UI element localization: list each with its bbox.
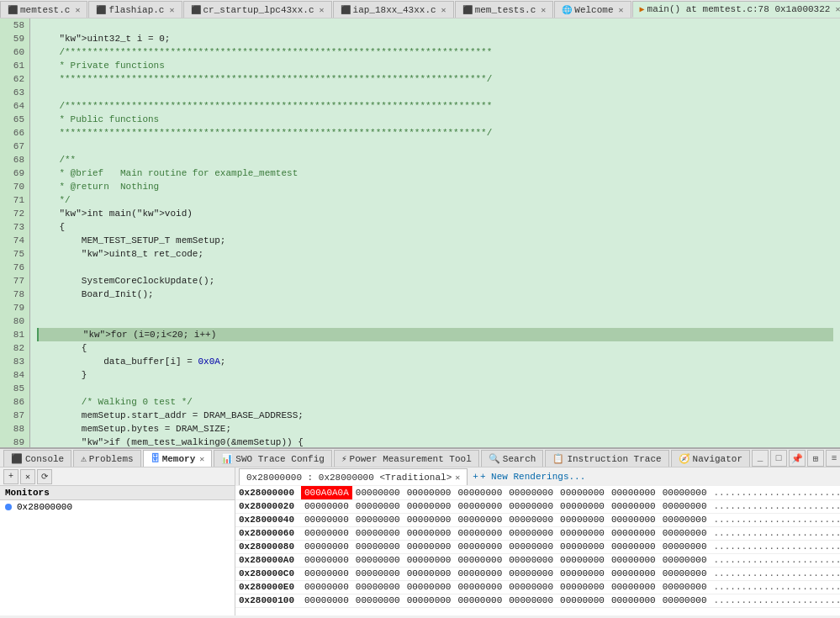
memory-value: 00000000 <box>659 540 711 553</box>
minimize-btn[interactable]: _ <box>752 450 769 467</box>
tab-welcome[interactable]: 🌐 Welcome ✕ <box>554 1 631 18</box>
bottom-panel: ⬛ Console ⚠ Problems 🗄 Memory ✕ 📊 SWO Tr… <box>0 447 840 615</box>
c-file-icon: ⬛ <box>8 5 18 15</box>
memory-value: 000A0A0A <box>301 486 352 499</box>
memory-value: 00000000 <box>404 594 455 607</box>
tab-close5[interactable]: ✕ <box>541 5 546 15</box>
memory-value: 00000000 <box>505 499 557 513</box>
panel-tab-memory[interactable]: 🗄 Memory ✕ <box>143 450 213 467</box>
memory-value: 00000000 <box>659 553 711 567</box>
c-file-icon4: ⬛ <box>341 5 351 15</box>
memory-value: 00000000 <box>454 567 505 580</box>
monitor-dot <box>5 504 12 510</box>
add-monitor-btn[interactable]: + <box>3 469 18 484</box>
refresh-monitor-btn[interactable]: ⟳ <box>37 469 52 484</box>
memory-value: 00000000 <box>659 499 711 513</box>
memory-address: 0x28000040 <box>235 513 301 526</box>
panel-tab-close[interactable]: ✕ <box>199 454 204 464</box>
tab-label: mem_tests.c <box>475 5 536 15</box>
memory-value: 00000000 <box>659 513 711 526</box>
grid-btn[interactable]: ⊞ <box>807 450 824 467</box>
monitor-item[interactable]: 0x28000000 <box>0 500 235 514</box>
memory-tab-traditional[interactable]: 0x28000000 : 0x28000000 <Traditional> ✕ <box>239 468 468 485</box>
memory-value: 00000000 <box>352 580 404 594</box>
memory-value: 00000000 <box>301 553 352 567</box>
problems-icon: ⚠ <box>81 453 87 464</box>
power-icon: ⚡ <box>341 453 347 464</box>
new-renderings-label: + New Renderings... <box>480 472 585 482</box>
pin-btn[interactable]: 📌 <box>789 450 806 467</box>
memory-value: 00000000 <box>608 580 659 594</box>
tab-close2[interactable]: ✕ <box>169 5 174 15</box>
memory-value: 00000000 <box>454 486 505 499</box>
memory-value: 00000000 <box>454 499 505 513</box>
panel-tab-label: Instruction Trace <box>567 454 661 464</box>
memory-ascii: ........................... <box>711 499 840 513</box>
memory-ascii: ........................... <box>711 513 840 526</box>
memory-value: 00000000 <box>608 540 659 553</box>
tab-memtest-c[interactable]: ⬛ memtest.c ✕ <box>0 1 87 18</box>
memory-value: 00000000 <box>454 594 505 607</box>
panel-tab-label: Power Measurement Tool <box>350 454 472 464</box>
memory-value: 00000000 <box>352 553 404 567</box>
memory-value: 00000000 <box>557 594 608 607</box>
tab-main-call[interactable]: ▶ main() at memtest.c:78 0x1a000322 ✕ <box>632 1 840 18</box>
memory-table-area[interactable]: 0x28000000000A0A0A0000000000000000000000… <box>235 486 840 615</box>
memory-address: 0x280000A0 <box>235 553 301 567</box>
panel-tab-console[interactable]: ⬛ Console <box>3 450 71 467</box>
memory-value: 00000000 <box>659 567 711 580</box>
memory-table-row: 0x280000A0000000000000000000000000000000… <box>235 553 840 567</box>
panel-tab-navigator[interactable]: 🧭 Navigator <box>671 450 750 467</box>
panel-tab-power[interactable]: ⚡ Power Measurement Tool <box>334 450 479 467</box>
memory-value: 00000000 <box>352 486 404 499</box>
panel-tab-problems[interactable]: ⚠ Problems <box>73 450 140 467</box>
memory-value: 00000000 <box>352 540 404 553</box>
panel-tab-instruction[interactable]: 📋 Instruction Trace <box>545 450 668 467</box>
navigator-icon: 🧭 <box>679 453 690 464</box>
memory-tab-close[interactable]: ✕ <box>455 473 460 483</box>
memory-value: 00000000 <box>301 594 352 607</box>
memory-value: 00000000 <box>404 513 455 526</box>
tab-label: memtest.c <box>20 5 70 15</box>
memory-value: 00000000 <box>505 486 557 499</box>
tab-iap-18xx[interactable]: ⬛ iap_18xx_43xx.c ✕ <box>333 1 454 18</box>
tab-label: cr_startup_lpc43xx.c <box>203 5 314 15</box>
memory-value: 00000000 <box>454 513 505 526</box>
memory-value: 00000000 <box>659 526 711 540</box>
memory-value: 00000000 <box>404 567 455 580</box>
tab-flashiap-c[interactable]: ⬛ flashiap.c ✕ <box>88 1 182 18</box>
panel-tab-swo[interactable]: 📊 SWO Trace Config <box>214 450 332 467</box>
memory-ascii: ........................... <box>711 580 840 594</box>
memory-value: 00000000 <box>454 553 505 567</box>
line-numbers: 5859606162636465666768697071727374757677… <box>0 18 30 447</box>
panel-tab-label: Memory <box>162 454 196 464</box>
tab-close6[interactable]: ✕ <box>619 5 624 15</box>
tab-cr-startup[interactable]: ⬛ cr_startup_lpc43xx.c ✕ <box>183 1 332 18</box>
memory-value: 00000000 <box>659 594 711 607</box>
layout-btn[interactable]: ≡ <box>826 450 840 467</box>
debug-icon: ▶ <box>640 4 645 14</box>
memory-value: 00000000 <box>608 513 659 526</box>
memory-table-row: 0x280000C0000000000000000000000000000000… <box>235 567 840 580</box>
editor-tab-bar: ⬛ memtest.c ✕ ⬛ flashiap.c ✕ ⬛ cr_startu… <box>0 0 840 18</box>
new-renderings-btn[interactable]: + + New Renderings... <box>468 468 590 485</box>
memory-ascii: ........................... <box>711 486 840 499</box>
memory-table-row: 0x28000100000000000000000000000000000000… <box>235 594 840 607</box>
panel-tab-search[interactable]: 🔍 Search <box>481 450 544 467</box>
maximize-btn[interactable]: □ <box>770 450 787 467</box>
tab-close[interactable]: ✕ <box>75 5 80 15</box>
monitor-address: 0x28000000 <box>17 502 72 512</box>
memory-value: 00000000 <box>608 486 659 499</box>
tab-close7[interactable]: ✕ <box>835 4 840 14</box>
memory-value: 00000000 <box>352 513 404 526</box>
memory-value: 00000000 <box>557 486 608 499</box>
memory-value: 00000000 <box>301 526 352 540</box>
memory-value: 00000000 <box>557 540 608 553</box>
memory-value: 00000000 <box>505 540 557 553</box>
code-content[interactable]: "kw">uint32_t i = 0; /******************… <box>30 18 840 447</box>
tab-close3[interactable]: ✕ <box>320 5 325 15</box>
memory-value: 00000000 <box>454 540 505 553</box>
tab-close4[interactable]: ✕ <box>441 5 446 15</box>
tab-mem-tests[interactable]: ⬛ mem_tests.c ✕ <box>455 1 554 18</box>
remove-monitor-btn[interactable]: ✕ <box>20 469 35 484</box>
